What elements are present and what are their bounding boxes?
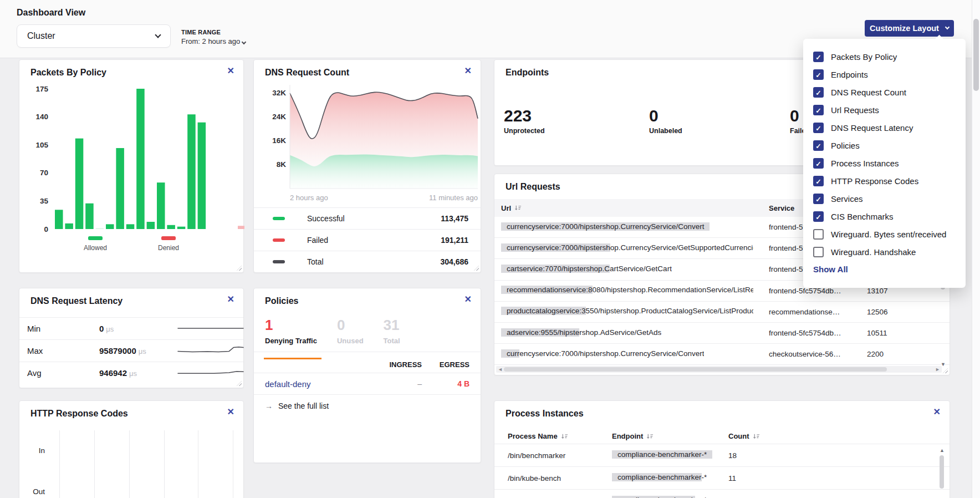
menu-item[interactable]: ✓Policies	[803, 136, 966, 154]
latency-label: Max	[27, 346, 99, 355]
chevron-down-icon	[242, 40, 246, 44]
see-full-list-link[interactable]: → See the full list	[265, 402, 329, 410]
url-chip: productcatalogservice:3550/hipstershop.P…	[501, 307, 753, 315]
page-vertical-scrollbar[interactable]	[972, 0, 980, 498]
svg-text:105: 105	[35, 141, 48, 149]
menu-item[interactable]: ✓CIS Benchmarks	[803, 207, 966, 225]
checkbox-checked-icon[interactable]: ✓	[813, 176, 824, 186]
service-cell: frontend-5fc5754db…	[769, 329, 867, 337]
process-instances-card: Process Instances ✕ Process Name Endpoin…	[494, 400, 950, 498]
process-name-cell: /bin/benchmarker	[508, 451, 612, 460]
menu-item[interactable]: ✓HTTP Response Codes	[803, 172, 966, 190]
endpoint-chip: compliance-benchmarker-*	[612, 450, 712, 459]
policy-name-link[interactable]: default-deny	[265, 379, 372, 389]
process-table-header: Process Name Endpoint Count	[494, 429, 950, 444]
url-table-row[interactable]: currencyservice:7000/hipstershop.Currenc…	[494, 344, 950, 365]
show-all-link[interactable]: Show All	[813, 265, 848, 274]
legend-value: 113,475	[441, 214, 468, 223]
menu-item[interactable]: ✓Packets By Policy	[803, 48, 966, 65]
url-table-horizontal-scrollbar[interactable]: ◄ ►	[496, 366, 942, 373]
count-cell: 2200	[867, 350, 950, 358]
column-header-url[interactable]: Url	[501, 204, 769, 212]
column-header-count[interactable]: Count	[728, 432, 950, 440]
scroll-up-arrow-icon[interactable]: ▲	[940, 448, 945, 453]
policy-ingress-value: –	[372, 379, 422, 388]
latency-value: 0μs	[99, 324, 177, 333]
process-table-row[interactable]: /bin/benchmarkercompliance-benchmarker-*…	[494, 444, 950, 466]
sort-icon[interactable]	[753, 433, 760, 440]
column-header-endpoint[interactable]: Endpoint	[612, 432, 728, 440]
policies-tab-denying-traffic[interactable]: 1Denying Traffic	[265, 317, 317, 352]
process-table-vertical-scrollbar[interactable]: ▲	[938, 448, 945, 498]
legend-row: Successful113,475	[254, 207, 481, 229]
count-cell: 18	[728, 451, 950, 460]
column-header-process-name[interactable]: Process Name	[508, 432, 612, 440]
checkbox-checked-icon[interactable]: ✓	[813, 158, 824, 169]
metric-label: Unlabeled	[649, 127, 682, 135]
close-icon[interactable]: ✕	[227, 408, 234, 416]
menu-item-label: Url Requests	[831, 105, 879, 115]
menu-item-label: CIS Benchmarks	[831, 212, 894, 221]
policies-tab-total[interactable]: 31Total	[384, 317, 400, 352]
menu-item[interactable]: ✓Url Requests	[803, 101, 966, 119]
view-selector-dropdown[interactable]: Cluster	[17, 24, 171, 48]
menu-item[interactable]: ✓Services	[803, 190, 966, 207]
sort-icon[interactable]	[514, 205, 522, 211]
chevron-down-icon	[945, 25, 950, 29]
close-icon[interactable]: ✕	[933, 408, 941, 416]
process-table-row[interactable]: /bin/kube-benchcompliance-benchmarker-*1…	[494, 466, 950, 489]
menu-item-label: Process Instances	[831, 159, 899, 168]
policies-tab-unused[interactable]: 0Unused	[337, 317, 364, 352]
scrollbar-thumb[interactable]	[973, 19, 979, 91]
time-range-value[interactable]: From: 2 hours ago	[181, 37, 246, 45]
card-title: Url Requests	[506, 182, 560, 192]
checkbox-checked-icon[interactable]: ✓	[813, 52, 824, 62]
close-icon[interactable]: ✕	[227, 295, 234, 304]
url-chip: recommendationservice:8080/hipstershop.R…	[501, 286, 753, 294]
scrollbar-thumb[interactable]	[940, 455, 944, 489]
svg-text:0: 0	[44, 225, 48, 233]
url-table-row[interactable]: productcatalogservice:3550/hipstershop.P…	[494, 302, 950, 323]
menu-item-label: Wireguard. Bytes sent/received	[831, 230, 946, 239]
svg-text:70: 70	[40, 169, 48, 177]
legend-value: 304,686	[440, 257, 468, 266]
legend-value: 191,211	[441, 236, 468, 245]
scroll-left-arrow-icon[interactable]: ◄	[498, 366, 503, 373]
menu-item-label: DNS Request Count	[831, 88, 906, 97]
menu-item[interactable]: Wireguard. Handshake	[803, 243, 966, 261]
close-icon[interactable]: ✕	[465, 295, 472, 304]
metric-value: 0	[649, 106, 682, 125]
menu-item[interactable]: ✓Process Instances	[803, 154, 966, 172]
checkbox-unchecked-icon[interactable]	[813, 229, 824, 240]
svg-text:175: 175	[35, 85, 48, 93]
menu-item[interactable]: ✓DNS Request Count	[803, 83, 966, 101]
count-cell: 11	[728, 474, 950, 482]
customize-layout-button[interactable]: Customize Layout	[865, 20, 954, 37]
checkbox-checked-icon[interactable]: ✓	[813, 87, 824, 98]
checkbox-checked-icon[interactable]: ✓	[813, 140, 824, 151]
card-title: DNS Request Latency	[30, 296, 122, 306]
checkbox-checked-icon[interactable]: ✓	[813, 69, 824, 80]
checkbox-checked-icon[interactable]: ✓	[813, 105, 824, 115]
legend-row: Failed191,211	[254, 229, 481, 251]
scrollbar-thumb[interactable]	[504, 367, 887, 372]
latency-row: Min0μs	[19, 317, 243, 339]
checkbox-checked-icon[interactable]: ✓	[813, 211, 824, 222]
menu-item[interactable]: Wireguard. Bytes sent/received	[803, 225, 966, 243]
dns-request-count-card: DNS Request Count ✕ 32K24K16K8K2 hours a…	[253, 59, 481, 273]
scroll-right-arrow-icon[interactable]: ►	[935, 366, 940, 373]
svg-text:35: 35	[40, 197, 49, 205]
process-table-row[interactable]: benchmarkercompliance-benchmarker-*9	[494, 489, 950, 498]
url-table-row[interactable]: adservice:9555/hipstershop.AdService/Get…	[494, 323, 950, 344]
checkbox-checked-icon[interactable]: ✓	[813, 123, 824, 133]
resize-handle[interactable]	[943, 368, 948, 373]
sort-icon[interactable]	[561, 433, 568, 440]
checkbox-checked-icon[interactable]: ✓	[813, 194, 824, 204]
menu-item-label: Policies	[831, 141, 860, 150]
sort-icon[interactable]	[646, 433, 654, 440]
card-title: Process Instances	[506, 409, 584, 419]
endpoint-chip: compliance-benchmarker-*	[612, 496, 707, 498]
menu-item[interactable]: ✓DNS Request Latency	[803, 119, 966, 136]
checkbox-unchecked-icon[interactable]	[813, 247, 824, 257]
menu-item[interactable]: ✓Endpoints	[803, 65, 966, 83]
